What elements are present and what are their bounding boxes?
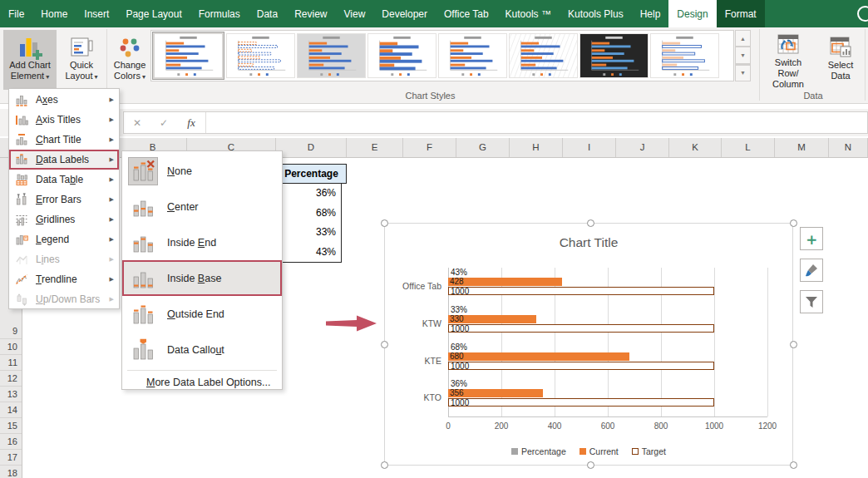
gallery-scroll-down-button[interactable]: ▼ bbox=[735, 47, 751, 63]
table-header-cell-percentage[interactable]: Percentage bbox=[276, 164, 347, 184]
chart-selection-handle[interactable] bbox=[790, 341, 797, 348]
column-header-E[interactable]: E bbox=[347, 138, 403, 157]
ribbon-tab-format[interactable]: Format bbox=[717, 0, 765, 27]
chart-selection-handle[interactable] bbox=[587, 219, 594, 227]
chart-style-thumbnail-3[interactable] bbox=[297, 33, 366, 78]
submenu-item-outside-end[interactable]: Outside End bbox=[122, 296, 282, 332]
target-bar[interactable]: 1000 bbox=[448, 324, 714, 333]
submenu-item-more-data-label-options[interactable]: More Data Label Options... bbox=[122, 373, 282, 392]
column-header-M[interactable]: M bbox=[775, 138, 829, 157]
chart-selection-handle[interactable] bbox=[790, 461, 797, 469]
row-header-15[interactable]: 15 bbox=[0, 418, 22, 434]
table-value-cell[interactable]: 68% bbox=[276, 204, 342, 224]
ribbon-tab-data[interactable]: Data bbox=[249, 0, 286, 27]
chart-selection-handle[interactable] bbox=[587, 461, 594, 469]
ribbon-tab-insert[interactable]: Insert bbox=[76, 0, 117, 27]
row-header-17[interactable]: 17 bbox=[0, 450, 22, 466]
chart-selection-handle[interactable] bbox=[381, 341, 388, 348]
ribbon-tab-formulas[interactable]: Formulas bbox=[190, 0, 249, 27]
table-value-cell[interactable]: 36% bbox=[276, 184, 342, 205]
chart-style-thumbnail-7[interactable] bbox=[579, 33, 649, 78]
row-header-11[interactable]: 11 bbox=[0, 355, 22, 371]
column-header-I[interactable]: I bbox=[563, 138, 616, 157]
ribbon-tab-office-tab[interactable]: Office Tab bbox=[436, 0, 497, 27]
row-header-14[interactable]: 14 bbox=[0, 402, 22, 418]
column-header-L[interactable]: L bbox=[722, 138, 775, 157]
column-header-N[interactable]: N bbox=[829, 138, 868, 157]
switch-row-column-button[interactable]: Switch Row/ Column bbox=[763, 30, 813, 90]
ribbon-tab-help[interactable]: Help bbox=[632, 0, 669, 27]
chart-style-thumbnail-4[interactable] bbox=[367, 33, 436, 78]
legend-item-percentage[interactable]: Percentage bbox=[511, 446, 566, 456]
menu-item-error-bars[interactable]: Error Bars▶ bbox=[9, 190, 119, 209]
menu-item-gridlines[interactable]: Gridlines▶ bbox=[9, 209, 119, 229]
submenu-item-center[interactable]: Center bbox=[122, 189, 282, 224]
row-header-13[interactable]: 13 bbox=[0, 387, 22, 402]
column-header-K[interactable]: K bbox=[669, 138, 722, 157]
menu-item-axes[interactable]: Axes▶ bbox=[9, 90, 119, 110]
column-header-D[interactable]: D bbox=[276, 138, 347, 157]
chart-style-thumbnail-1[interactable] bbox=[152, 32, 224, 80]
current-bar[interactable]: 330 bbox=[448, 315, 536, 323]
row-header-18[interactable]: 18 bbox=[0, 466, 22, 478]
current-bar[interactable]: 428 bbox=[448, 278, 562, 286]
gallery-more-button[interactable]: ▼ bbox=[735, 64, 751, 81]
select-data-button[interactable]: Select Data bbox=[820, 30, 861, 90]
column-header-J[interactable]: J bbox=[616, 138, 669, 157]
insert-function-icon[interactable]: fx bbox=[177, 116, 205, 130]
target-bar[interactable]: 1000 bbox=[448, 287, 714, 295]
table-value-cell[interactable]: 33% bbox=[276, 223, 342, 244]
menu-item-chart-title[interactable]: Chart Title▶ bbox=[9, 130, 119, 150]
chart-object[interactable]: Chart Title 020040060080010001200Office … bbox=[384, 223, 793, 466]
chart-selection-handle[interactable] bbox=[381, 461, 388, 469]
add-chart-element-button[interactable]: Add Chart Element▾ bbox=[3, 30, 57, 90]
chart-legend[interactable]: PercentageCurrentTarget bbox=[385, 446, 792, 456]
ribbon-tab-kutools-[interactable]: Kutools ™ bbox=[497, 0, 560, 27]
ribbon-tab-file[interactable]: File bbox=[0, 0, 32, 27]
table-value-cell[interactable]: 43% bbox=[276, 243, 342, 264]
ribbon-tab-developer[interactable]: Developer bbox=[373, 0, 436, 27]
submenu-item-inside-base[interactable]: Inside Base bbox=[122, 260, 282, 296]
current-bar[interactable]: 356 bbox=[448, 389, 543, 397]
row-header-12[interactable]: 12 bbox=[0, 371, 22, 387]
row-header-10[interactable]: 10 bbox=[0, 339, 22, 355]
legend-item-current[interactable]: Current bbox=[579, 446, 619, 456]
row-header-9[interactable]: 9 bbox=[0, 323, 22, 339]
ribbon-tab-page-layout[interactable]: Page Layout bbox=[117, 0, 190, 27]
submenu-item-none[interactable]: None bbox=[122, 153, 282, 189]
current-bar[interactable]: 680 bbox=[448, 352, 629, 361]
menu-item-data-table[interactable]: Data Table▶ bbox=[9, 170, 119, 190]
menu-item-trendline[interactable]: Trendline▶ bbox=[9, 269, 119, 289]
menu-item-legend[interactable]: Legend▶ bbox=[9, 229, 119, 249]
chart-style-thumbnail-2[interactable] bbox=[226, 33, 295, 78]
chart-filters-button[interactable] bbox=[800, 290, 823, 313]
chart-selection-handle[interactable] bbox=[790, 219, 797, 227]
ribbon-tab-view[interactable]: View bbox=[336, 0, 374, 27]
chart-title[interactable]: Chart Title bbox=[385, 235, 792, 250]
chart-styles-button[interactable] bbox=[800, 259, 823, 282]
menu-item-data-labels[interactable]: Data Labels▶ bbox=[9, 150, 119, 170]
row-header-16[interactable]: 16 bbox=[0, 434, 22, 450]
enter-icon[interactable]: ✓ bbox=[150, 117, 177, 129]
chart-selection-handle[interactable] bbox=[381, 219, 388, 227]
column-header-H[interactable]: H bbox=[510, 138, 563, 157]
quick-layout-button[interactable]: Quick Layout▾ bbox=[58, 30, 105, 90]
column-header-F[interactable]: F bbox=[403, 138, 456, 157]
gallery-scroll-up-button[interactable]: ▲ bbox=[735, 30, 751, 47]
formula-input[interactable] bbox=[206, 112, 867, 133]
ribbon-tab-kutools-plus[interactable]: Kutools Plus bbox=[560, 0, 632, 27]
submenu-item-inside-end[interactable]: Inside End bbox=[122, 224, 282, 260]
chart-style-thumbnail-5[interactable] bbox=[438, 33, 507, 78]
submenu-item-data-callout[interactable]: Data Callout bbox=[122, 332, 282, 367]
target-bar[interactable]: 1000 bbox=[448, 398, 714, 407]
legend-item-target[interactable]: Target bbox=[632, 446, 666, 456]
ribbon-tab-design[interactable]: Design bbox=[668, 0, 716, 27]
ribbon-tab-review[interactable]: Review bbox=[286, 0, 335, 27]
chart-style-thumbnail-8[interactable] bbox=[650, 33, 719, 78]
menu-item-lines[interactable]: Lines▶ bbox=[9, 249, 119, 269]
column-header-G[interactable]: G bbox=[456, 138, 510, 157]
chart-elements-button[interactable]: ＋ bbox=[800, 227, 823, 250]
tell-me-icon[interactable] bbox=[857, 6, 868, 22]
menu-item-axis-titles[interactable]: Axis Titles▶ bbox=[9, 110, 119, 130]
change-colors-button[interactable]: Change Colors▾ bbox=[110, 30, 150, 90]
